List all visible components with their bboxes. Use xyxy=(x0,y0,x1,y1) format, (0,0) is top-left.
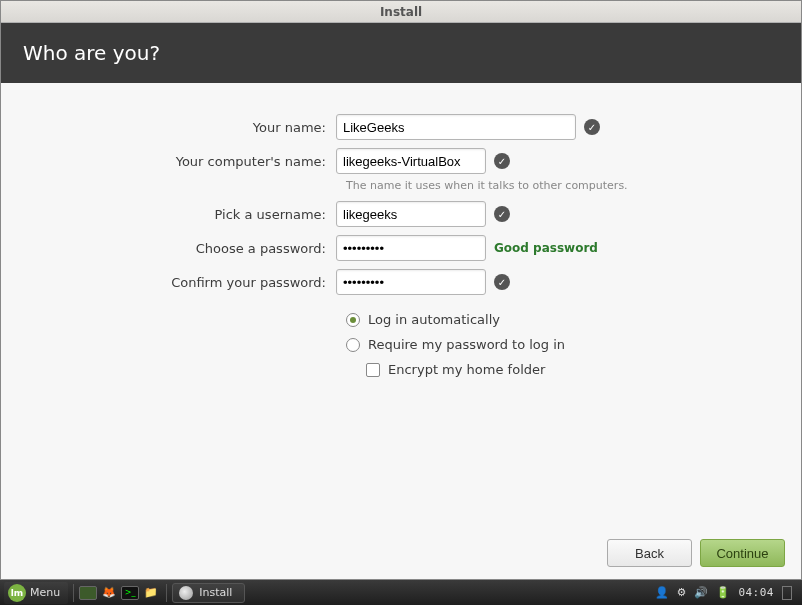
row-username: Pick a username: xyxy=(41,200,761,228)
option-require-password-label: Require my password to log in xyxy=(368,337,565,352)
option-auto-login-label: Log in automatically xyxy=(368,312,500,327)
window-title: Install xyxy=(380,5,422,19)
updates-icon[interactable]: ⚙ xyxy=(677,586,687,599)
confirm-password-input[interactable] xyxy=(336,269,486,295)
checkbox-icon[interactable] xyxy=(366,363,380,377)
your-name-input[interactable] xyxy=(336,114,576,140)
disc-icon xyxy=(179,586,193,600)
files-icon[interactable]: 📁 xyxy=(141,583,161,603)
user-icon[interactable]: 👤 xyxy=(655,586,669,599)
page-title: Who are you? xyxy=(23,41,160,65)
row-your-name: Your name: xyxy=(41,113,761,141)
battery-icon[interactable]: 🔋 xyxy=(716,586,730,599)
check-icon xyxy=(494,153,510,169)
username-input[interactable] xyxy=(336,201,486,227)
label-confirm-password: Confirm your password: xyxy=(41,275,336,290)
separator xyxy=(73,584,74,602)
label-your-name: Your name: xyxy=(41,120,336,135)
check-icon xyxy=(494,274,510,290)
password-input[interactable] xyxy=(336,235,486,261)
task-install[interactable]: Install xyxy=(172,583,245,603)
label-password: Choose a password: xyxy=(41,241,336,256)
menu-label: Menu xyxy=(30,586,60,599)
separator xyxy=(166,584,167,602)
firefox-icon[interactable]: 🦊 xyxy=(99,583,119,603)
mint-logo-icon: lm xyxy=(8,584,26,602)
taskbar[interactable]: lm Menu 🦊 >_ 📁 Install 👤 ⚙ 🔊 🔋 04:04 xyxy=(0,580,802,605)
option-encrypt-home-label: Encrypt my home folder xyxy=(388,362,545,377)
check-icon xyxy=(494,206,510,222)
row-password: Choose a password: Good password xyxy=(41,234,761,262)
radio-selected-icon[interactable] xyxy=(346,313,360,327)
terminal-icon[interactable]: >_ xyxy=(121,586,139,600)
option-auto-login[interactable]: Log in automatically xyxy=(346,312,761,327)
row-computer-name: Your computer's name: xyxy=(41,147,761,175)
check-icon xyxy=(584,119,600,135)
tray-toggle-icon[interactable] xyxy=(782,586,792,600)
menu-button[interactable]: lm Menu xyxy=(4,582,68,604)
back-button[interactable]: Back xyxy=(607,539,692,567)
row-confirm-password: Confirm your password: xyxy=(41,268,761,296)
installer-window: Install Who are you? Your name: Your com… xyxy=(0,0,802,580)
continue-button[interactable]: Continue xyxy=(700,539,785,567)
form-content: Your name: Your computer's name: The nam… xyxy=(1,83,801,527)
label-username: Pick a username: xyxy=(41,207,336,222)
hint-computer-name: The name it uses when it talks to other … xyxy=(346,179,761,192)
password-strength-label: Good password xyxy=(494,241,598,255)
page-header: Who are you? xyxy=(1,23,801,83)
clock[interactable]: 04:04 xyxy=(738,586,774,599)
window-titlebar[interactable]: Install xyxy=(1,1,801,23)
option-encrypt-home[interactable]: Encrypt my home folder xyxy=(346,362,761,377)
computer-name-input[interactable] xyxy=(336,148,486,174)
footer-buttons: Back Continue xyxy=(1,527,801,579)
label-computer-name: Your computer's name: xyxy=(41,154,336,169)
option-require-password[interactable]: Require my password to log in xyxy=(346,337,761,352)
radio-icon[interactable] xyxy=(346,338,360,352)
sound-icon[interactable]: 🔊 xyxy=(694,586,708,599)
show-desktop-icon[interactable] xyxy=(79,586,97,600)
task-label: Install xyxy=(199,586,232,599)
